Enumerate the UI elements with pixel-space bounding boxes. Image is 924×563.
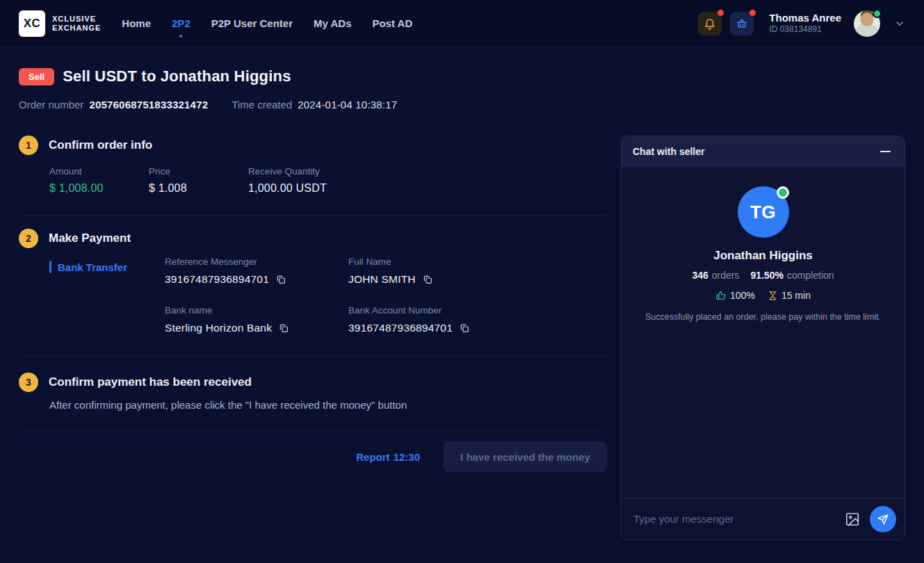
active-method-bar: [49, 261, 51, 273]
user-name: Thomas Anree: [769, 12, 841, 25]
nav-item-my-ads[interactable]: My ADs: [314, 17, 351, 29]
copy-icon: [275, 274, 286, 285]
bank-name-value: Sterling Horizon Bank: [165, 322, 272, 334]
orders-count: 346: [692, 270, 708, 281]
step1-title: Confirm order info: [49, 138, 152, 152]
step2-number-badge: 2: [19, 229, 38, 248]
release-time-badge: 15 min: [768, 290, 811, 301]
amount-field: Amount $ 1,008.00: [49, 166, 149, 195]
image-icon: [845, 512, 860, 527]
topbar-right: Thomas Anree ID 038134891: [698, 10, 905, 37]
received-money-button[interactable]: I have received the money: [444, 441, 607, 472]
report-label: Report: [356, 451, 389, 463]
chat-header-title: Chat with seller: [633, 146, 704, 157]
reference-messenger-field: Reference Messenger 39167487936894701: [165, 256, 348, 286]
copy-icon: [422, 274, 433, 285]
notifications-button[interactable]: [698, 12, 722, 35]
top-nav: XC XCLUSIVE EXCHANGE Home 2P2 P2P User C…: [0, 0, 924, 47]
nav-item-post-ad[interactable]: Post AD: [373, 17, 413, 29]
report-link[interactable]: Report 12:30: [356, 451, 420, 463]
order-number-value: 20576068751833321472: [89, 99, 208, 111]
copy-bank-account-number-button[interactable]: [459, 323, 470, 334]
seller-online-dot: [777, 186, 789, 199]
chat-header: Chat with seller: [622, 136, 905, 167]
active-tab-dot: [179, 35, 182, 38]
orders-label: orders: [712, 270, 740, 281]
completion-value: 91.50%: [750, 270, 783, 281]
step-confirm-order-info: 1 Confirm order info Amount $ 1,008.00 P…: [19, 136, 607, 195]
basket-badge-dot: [749, 10, 756, 16]
report-timer: 12:30: [394, 451, 420, 463]
divider: [19, 215, 607, 216]
reference-messenger-value: 39167487936894701: [165, 273, 269, 286]
basket-icon: [736, 17, 748, 30]
amount-value: $ 1,008.00: [49, 182, 149, 195]
chat-panel: Chat with seller TG Jonathan Higgins 346…: [621, 136, 905, 540]
minimize-chat-button[interactable]: [877, 148, 893, 155]
page-title: Sell USDT to Jonathan Higgins: [63, 67, 291, 85]
price-field: Price $ 1.008: [149, 166, 248, 195]
brand-line1: XCLUSIVE: [52, 15, 101, 24]
copy-full-name-button[interactable]: [422, 274, 433, 285]
user-avatar[interactable]: [854, 10, 880, 37]
main-nav: Home 2P2 P2P User Center My ADs Post AD: [122, 17, 412, 29]
payment-details-grid: Reference Messenger 39167487936894701 Fu…: [165, 256, 532, 334]
copy-reference-messenger-button[interactable]: [275, 274, 286, 285]
bank-account-number-label: Bank Account Number: [348, 305, 532, 316]
step-confirm-received: 3 Confirm payment has been received Afte…: [19, 373, 607, 411]
nav-item-2p2[interactable]: 2P2: [172, 17, 191, 29]
amount-label: Amount: [49, 166, 149, 177]
seller-name: Jonathan Higgins: [713, 249, 813, 263]
notification-badge-dot: [718, 10, 724, 16]
chevron-down-icon[interactable]: [894, 18, 905, 29]
seller-stats: 346 orders 91.50% completion: [692, 270, 834, 281]
send-message-button[interactable]: [870, 506, 896, 532]
step1-number-badge: 1: [19, 136, 38, 155]
bell-icon: [704, 17, 716, 30]
chat-input-bar: [622, 498, 905, 539]
time-created-value: 2024-01-04 10:38:17: [298, 99, 397, 111]
chat-message-input[interactable]: [633, 513, 835, 525]
price-label: Price: [149, 166, 248, 177]
orders-stat: 346 orders: [692, 270, 739, 281]
full-name-value: JOHN SMITH: [348, 273, 416, 286]
thumbs-up-icon: [715, 290, 727, 301]
brand-line2: EXCHANGE: [52, 24, 101, 33]
order-number-label: Order number: [19, 99, 83, 111]
bank-name-field: Bank name Sterling Horizon Bank: [165, 305, 348, 334]
positive-rate-badge: 100%: [715, 290, 755, 301]
time-created: Time created 2024-01-04 10:38:17: [232, 99, 397, 111]
nav-item-home[interactable]: Home: [122, 17, 151, 29]
time-created-label: Time created: [232, 99, 292, 111]
payment-method-bank-transfer[interactable]: Bank Transfer: [49, 261, 165, 273]
order-meta-row: Order number 20576068751833321472 Time c…: [19, 99, 905, 111]
orders-basket-button[interactable]: [730, 12, 754, 35]
receive-quantity-value: 1,000.00 USDT: [248, 182, 327, 195]
step-make-payment: 2 Make Payment Bank Transfer Reference M…: [19, 229, 607, 334]
sell-side-badge: Sell: [19, 68, 54, 85]
chat-body: TG Jonathan Higgins 346 orders 91.50% co…: [622, 167, 905, 498]
step2-title: Make Payment: [49, 231, 131, 245]
seller-badges: 100% 15 min: [715, 290, 811, 301]
receive-quantity-label: Receive Quantity: [248, 166, 327, 177]
copy-bank-name-button[interactable]: [278, 323, 289, 334]
attach-image-button[interactable]: [843, 510, 861, 528]
full-name-label: Full Name: [348, 256, 532, 267]
logo-mark: XC: [19, 10, 45, 37]
order-number: Order number 20576068751833321472: [19, 99, 208, 111]
price-value: $ 1.008: [149, 182, 248, 195]
nav-item-2p2-label: 2P2: [172, 17, 191, 29]
copy-icon: [278, 323, 289, 334]
divider: [19, 355, 607, 356]
nav-item-p2p-user-center[interactable]: P2P User Center: [211, 17, 293, 29]
user-meta: Thomas Anree ID 038134891: [769, 12, 841, 35]
reference-messenger-label: Reference Messenger: [165, 256, 348, 267]
chat-system-message: Successfully placed an order, please pay…: [635, 312, 891, 322]
actions-row: Report 12:30 I have received the money: [19, 441, 607, 472]
release-time-value: 15 min: [781, 290, 811, 301]
user-id: ID 038134891: [769, 24, 841, 35]
divider: [19, 432, 607, 432]
logo[interactable]: XC XCLUSIVE EXCHANGE: [19, 10, 101, 37]
step3-number-badge: 3: [19, 373, 38, 392]
receive-quantity-field: Receive Quantity 1,000.00 USDT: [248, 166, 327, 195]
